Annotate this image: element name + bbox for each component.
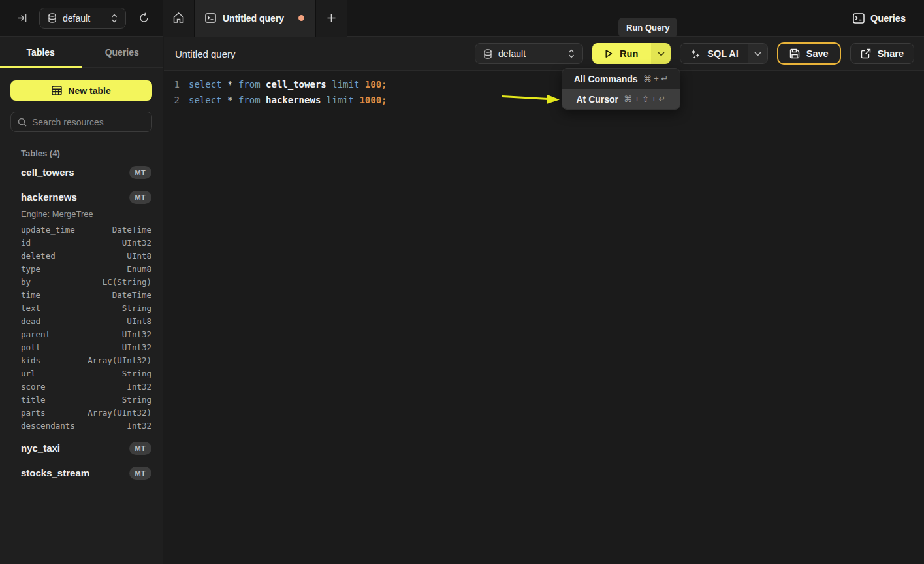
sql-token: limit [327, 95, 354, 105]
column-row: scoreInt32 [0, 380, 163, 393]
column-row: textString [0, 301, 163, 314]
chevron-down-icon [754, 52, 761, 56]
column-name: type [21, 264, 40, 274]
column-type: Array(UInt32) [88, 356, 151, 365]
column-name: text [21, 303, 40, 313]
sql-ai-label: SQL AI [707, 48, 739, 59]
search-icon [18, 118, 27, 127]
search-resources-input[interactable] [32, 117, 145, 127]
sidebar-tab-tables[interactable]: Tables [0, 37, 82, 67]
sql-token [261, 79, 266, 90]
sql-token: 100 [365, 79, 381, 90]
sql-token: from [238, 95, 261, 105]
sql-token: ; [381, 95, 387, 105]
sql-ai-split-button: SQL AI [680, 43, 768, 64]
sql-token: select [189, 95, 222, 105]
sql-token [222, 95, 227, 105]
toolbar-actions: default Run [475, 42, 924, 65]
column-type: Array(UInt32) [88, 408, 151, 418]
column-name: id [21, 238, 31, 248]
column-name: url [21, 369, 36, 378]
column-row: pollUInt32 [0, 340, 163, 354]
share-button-label: Share [878, 48, 904, 59]
sql-token: hackernews [266, 95, 321, 105]
engine-label: Engine: MergeTree [21, 209, 163, 219]
tables-list: cell_towersMThackernewsMTEngine: MergeTr… [0, 161, 163, 484]
refresh-icon[interactable] [135, 10, 152, 27]
run-button[interactable]: Run [592, 43, 651, 64]
unsaved-changes-dot [298, 15, 304, 21]
column-type: LC(String) [103, 277, 151, 287]
queries-button[interactable]: Queries [853, 13, 906, 24]
sidebar-tab-queries[interactable]: Queries [82, 37, 163, 67]
menu-item-all-commands[interactable]: All Commands⌘ + ↵ [562, 69, 680, 89]
sql-token: from [238, 79, 261, 90]
column-row: deletedUInt8 [0, 249, 163, 262]
home-icon [172, 12, 185, 24]
sidebar-tabs: Tables Queries [0, 37, 163, 68]
column-name: poll [21, 342, 40, 352]
database-selector-toolbar[interactable]: default [475, 43, 583, 64]
database-selector-top[interactable]: default [39, 8, 126, 29]
code-text: select * from cell_towers limit 100; [180, 79, 387, 90]
new-tab-button[interactable] [316, 0, 347, 37]
sql-token [321, 95, 326, 105]
column-type: UInt32 [122, 342, 151, 352]
engine-badge: MT [129, 442, 151, 455]
column-type: DateTime [112, 290, 151, 300]
chevron-down-icon [658, 52, 665, 56]
sql-token [261, 95, 266, 105]
save-icon [789, 48, 800, 59]
code-line: 2select * from hackernews limit 1000; [164, 92, 924, 108]
column-row: urlString [0, 367, 163, 380]
save-button-label: Save [806, 48, 829, 59]
share-button[interactable]: Share [850, 43, 914, 64]
column-name: update_time [21, 225, 75, 235]
tab-label: Untitled query [223, 13, 284, 24]
engine-badge: MT [129, 191, 151, 204]
columns-list: update_timeDateTimeidUInt32deletedUInt8t… [0, 223, 163, 432]
column-name: time [21, 290, 40, 300]
sql-ai-button[interactable]: SQL AI [680, 44, 748, 63]
chevron-updown-icon [568, 49, 575, 58]
new-table-button[interactable]: New table [10, 80, 152, 101]
column-name: score [21, 382, 46, 391]
column-name: descendants [21, 421, 75, 431]
home-tab[interactable] [163, 0, 194, 37]
main-panel: Untitled query default Run [164, 37, 924, 564]
table-list-item[interactable]: cell_towersMT [0, 161, 163, 183]
tab-untitled-query[interactable]: Untitled query [194, 0, 316, 37]
queries-terminal-icon [853, 13, 865, 24]
sql-editor[interactable]: 1select * from cell_towers limit 100;2se… [164, 71, 924, 108]
save-button[interactable]: Save [777, 42, 841, 65]
sql-ai-caret[interactable] [748, 44, 767, 63]
topbar-left-section: default [0, 0, 163, 37]
queries-button-label: Queries [870, 13, 906, 24]
terminal-icon [205, 13, 216, 23]
column-name: deleted [21, 251, 56, 261]
column-row: kidsArray(UInt32) [0, 354, 163, 367]
table-name: cell_towers [21, 167, 74, 178]
code-line: 1select * from cell_towers limit 100; [164, 76, 924, 92]
engine-badge: MT [129, 166, 151, 179]
table-list-item[interactable]: stocks_streamMT [0, 462, 163, 484]
share-icon [861, 48, 871, 59]
column-row: partsArray(UInt32) [0, 406, 163, 419]
database-selector-value: default [498, 48, 562, 59]
chevron-updown-icon [111, 14, 118, 23]
menu-item-at-cursor[interactable]: At Cursor⌘ + ⇧ + ↵ [562, 89, 680, 109]
top-bar: default Untitled query [0, 0, 924, 37]
sql-token: select [189, 79, 222, 90]
line-number: 1 [164, 79, 180, 90]
sql-token: limit [332, 79, 359, 90]
run-query-tooltip: Run Query [618, 18, 677, 37]
table-list-item[interactable]: hackernewsMT [0, 186, 163, 208]
table-list-item[interactable]: nyc_taxiMT [0, 437, 163, 459]
run-options-caret[interactable] [651, 43, 671, 64]
sql-token [222, 79, 227, 90]
table-name: stocks_stream [21, 467, 89, 478]
column-name: by [21, 277, 31, 287]
collapse-sidebar-icon[interactable] [13, 10, 30, 27]
column-type: String [122, 369, 151, 378]
column-type: UInt32 [122, 329, 151, 339]
